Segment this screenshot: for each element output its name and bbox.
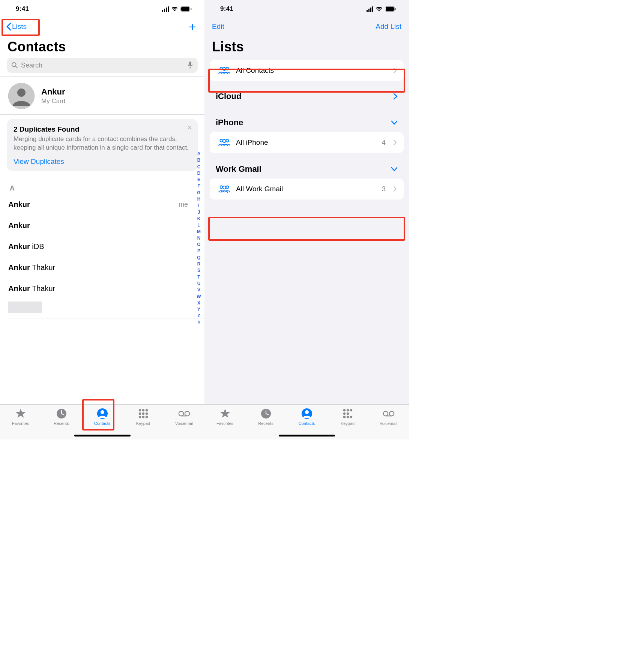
add-contact-button[interactable]: + [186,20,198,33]
contact-row[interactable]: Ankur me [0,194,204,215]
tab-favorites[interactable]: Favorites [206,408,244,426]
tab-recents[interactable]: Recents [43,408,80,426]
clock-icon [260,408,272,420]
section-label: Work Gmail [216,164,261,174]
group-icon [218,138,231,147]
index-letter[interactable]: V [197,287,200,293]
svg-rect-26 [386,7,394,11]
section-work-gmail[interactable]: Work Gmail [204,153,409,177]
index-letter[interactable]: C [197,164,201,170]
svg-point-48 [350,416,352,418]
alphabet-index[interactable]: ABCDEFGHIJKLMNOPQRSTUVWXYZ# [195,151,202,326]
section-icloud[interactable]: iCloud [204,81,409,104]
index-letter[interactable]: Z [197,313,200,319]
index-letter[interactable]: X [197,300,200,306]
contact-first: Ankur [8,263,30,272]
svg-point-28 [220,68,223,70]
dictate-icon[interactable] [187,61,193,69]
index-letter[interactable]: # [198,320,200,326]
list-row-all-iphone[interactable]: All iPhone 4 [210,132,404,153]
svg-point-39 [305,410,309,414]
index-letter[interactable]: F [197,183,200,189]
section-iphone[interactable]: iPhone [204,104,409,130]
list-label: All iPhone [236,138,376,147]
index-letter[interactable]: U [197,280,201,287]
index-letter[interactable]: R [197,261,201,267]
duplicates-body: Merging duplicate cards for a contact co… [14,135,191,152]
svg-point-31 [220,140,223,142]
index-letter[interactable]: A [197,151,201,157]
add-list-button[interactable]: Add List [376,22,403,31]
index-letter[interactable]: J [198,209,200,216]
index-letter[interactable]: G [197,190,200,196]
tab-voicemail[interactable]: Voicemail [165,408,203,426]
index-letter[interactable]: D [197,170,201,177]
svg-rect-2 [191,8,192,10]
index-letter[interactable]: B [197,157,201,164]
index-letter[interactable]: P [197,248,200,254]
index-letter[interactable]: W [197,294,201,300]
contact-first: Ankur [8,284,30,292]
tab-keypad[interactable]: Keypad [125,408,162,426]
group-icon [218,66,231,75]
battery-icon [180,6,192,12]
tab-recents[interactable]: Recents [247,408,285,426]
status-time: 9:41 [16,5,29,13]
close-icon[interactable]: ✕ [187,124,192,132]
tab-label: Contacts [299,421,315,426]
status-indicators [367,6,397,12]
index-letter[interactable]: M [197,229,201,235]
index-letter[interactable]: E [197,177,200,183]
voicemail-icon [178,408,190,420]
star-icon [219,408,231,420]
page-title: Lists [204,35,409,58]
tab-label: Recents [54,421,69,426]
svg-point-41 [346,409,349,411]
back-button[interactable]: Lists [6,21,29,32]
index-letter[interactable]: L [197,222,200,228]
list-row-all-work-gmail[interactable]: All Work Gmail 3 [210,178,404,200]
tab-contacts[interactable]: Contacts [288,408,326,426]
tab-keypad[interactable]: Keypad [329,408,367,426]
index-letter[interactable]: K [197,216,201,222]
search-field[interactable]: Search [7,58,198,73]
tab-voicemail[interactable]: Voicemail [370,408,407,426]
search-icon [11,62,18,69]
contact-row[interactable]: Ankur Thakur [0,257,204,278]
index-letter[interactable]: I [198,202,199,209]
nav-bar: Lists + [0,18,204,35]
contact-row[interactable]: Ankur Thakur [0,278,204,299]
index-letter[interactable]: N [197,235,201,242]
index-letter[interactable]: Y [197,306,200,313]
home-indicator[interactable] [74,435,131,436]
index-letter[interactable]: S [197,267,200,274]
index-letter[interactable]: Q [197,255,200,261]
keypad-icon [342,408,354,420]
tab-bar: Favorites Recents Contacts Keypad Voicem… [0,404,204,440]
index-letter[interactable]: H [197,196,201,202]
svg-point-14 [142,409,144,411]
section-label: iCloud [216,92,241,101]
person-circle-icon [96,408,108,420]
view-duplicates-link[interactable]: View Duplicates [14,158,64,166]
edit-button[interactable]: Edit [210,22,224,31]
contact-row[interactable]: Ankur [0,215,204,236]
svg-point-29 [226,68,229,70]
svg-point-47 [346,416,349,418]
contact-row[interactable]: Ankur iDB [0,236,204,257]
index-letter[interactable]: T [197,274,200,280]
nav-bar: Edit Add List [204,18,409,35]
svg-point-19 [138,416,141,418]
svg-point-9 [17,88,26,97]
tab-contacts[interactable]: Contacts [84,408,121,426]
tab-bar: Favorites Recents Contacts Keypad Voicem… [204,404,409,440]
tab-favorites[interactable]: Favorites [2,408,39,426]
home-indicator[interactable] [279,435,335,436]
my-card-row[interactable]: Ankur My Card [0,77,204,114]
list-row-all-contacts[interactable]: All Contacts [210,60,404,81]
keypad-icon [137,408,149,420]
svg-point-46 [343,416,345,418]
svg-point-23 [185,411,189,416]
index-letter[interactable]: O [197,242,200,248]
svg-rect-5 [189,62,191,66]
